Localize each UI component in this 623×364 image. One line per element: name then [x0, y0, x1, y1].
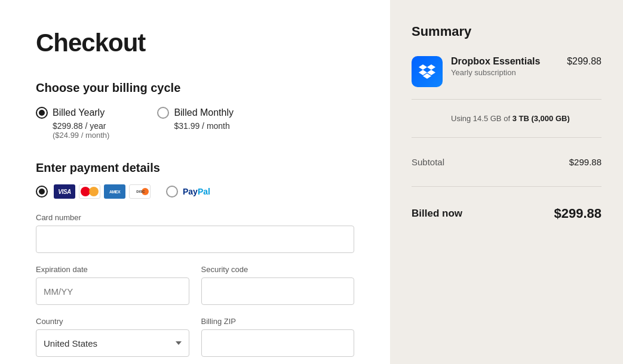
summary-subtotal: Subtotal $299.88: [412, 147, 601, 177]
summary-divider-bottom: [412, 186, 601, 187]
expiration-group: Expiration date: [36, 265, 189, 305]
mastercard-icon: [79, 184, 100, 199]
summary-product: Dropbox Essentials Yearly subscription $…: [412, 56, 601, 87]
card-number-group: Card number: [36, 213, 354, 253]
payment-methods: VISA AMEX DISC PayPal: [36, 184, 354, 199]
billing-option-yearly[interactable]: Billed Yearly $299.88 / year ($24.99 / m…: [36, 107, 109, 140]
security-input[interactable]: [201, 277, 355, 305]
page-title: Checkout: [36, 29, 354, 57]
product-price: $299.88: [567, 56, 601, 67]
expiration-label: Expiration date: [36, 265, 189, 274]
security-label: Security code: [201, 265, 355, 274]
summary-title: Summary: [412, 24, 601, 39]
billed-now-amount: $299.88: [554, 206, 601, 221]
billing-monthly-price: $31.99 / month: [174, 121, 234, 131]
product-info: Dropbox Essentials Yearly subscription: [451, 56, 558, 77]
discover-icon: DISC: [129, 184, 151, 199]
billing-option-monthly-header: Billed Monthly: [157, 107, 234, 119]
expiration-input[interactable]: [36, 277, 189, 305]
card-icons: VISA AMEX DISC: [54, 184, 151, 199]
left-panel: Checkout Choose your billing cycle Bille…: [0, 0, 390, 364]
card-number-label: Card number: [36, 213, 354, 222]
card-payment-radio[interactable]: [36, 186, 48, 198]
billing-section-title: Choose your billing cycle: [36, 81, 354, 95]
dropbox-logo-svg: [419, 64, 435, 79]
billing-option-yearly-header: Billed Yearly: [36, 107, 109, 119]
summary-divider-mid: [412, 137, 601, 138]
subtotal-amount: $299.88: [569, 157, 601, 167]
storage-info: Using 14.5 GB of 3 TB (3,000 GB): [412, 109, 601, 128]
visa-icon: VISA: [54, 184, 75, 199]
billing-monthly-label: Billed Monthly: [174, 107, 234, 118]
security-group: Security code: [201, 265, 355, 305]
country-zip-row: Country United States Canada United King…: [36, 317, 354, 364]
payment-section: Enter payment details VISA AMEX DISC: [36, 161, 354, 364]
product-subscription: Yearly subscription: [451, 68, 558, 77]
payment-section-title: Enter payment details: [36, 161, 354, 175]
billing-options: Billed Yearly $299.88 / year ($24.99 / m…: [36, 107, 354, 140]
product-name: Dropbox Essentials: [451, 56, 558, 67]
country-select[interactable]: United States Canada United Kingdom Aust…: [36, 329, 189, 357]
paypal-logo: PayPal: [183, 187, 210, 196]
billing-section: Choose your billing cycle Billed Yearly …: [36, 81, 354, 140]
billing-yearly-label: Billed Yearly: [53, 107, 105, 118]
zip-input[interactable]: [201, 329, 355, 357]
paypal-option[interactable]: PayPal: [166, 186, 210, 198]
billed-now-label: Billed now: [412, 208, 462, 220]
summary-total: Billed now $299.88: [412, 196, 601, 231]
billing-option-monthly[interactable]: Billed Monthly $31.99 / month: [157, 107, 234, 140]
zip-label: Billing ZIP: [201, 317, 355, 326]
billing-monthly-radio[interactable]: [157, 107, 169, 119]
dropbox-icon: [412, 56, 443, 87]
right-panel: Summary Dropbox Essentials Yearly subscr…: [390, 0, 623, 364]
zip-group: Billing ZIP: [201, 317, 355, 357]
storage-text: Using 14.5 GB of: [451, 114, 510, 123]
storage-highlight: 3 TB (3,000 GB): [512, 114, 570, 123]
paypal-radio[interactable]: [166, 186, 178, 198]
billing-yearly-price: $299.88 / year: [53, 121, 109, 131]
subtotal-label: Subtotal: [412, 157, 444, 167]
billing-yearly-radio[interactable]: [36, 107, 48, 119]
amex-icon: AMEX: [104, 184, 125, 199]
country-label: Country: [36, 317, 189, 326]
summary-divider-top: [412, 99, 601, 100]
country-group: Country United States Canada United King…: [36, 317, 189, 357]
card-number-input[interactable]: [36, 226, 354, 253]
card-details-row: Expiration date Security code: [36, 265, 354, 317]
billing-yearly-sub: ($24.99 / month): [53, 131, 109, 140]
